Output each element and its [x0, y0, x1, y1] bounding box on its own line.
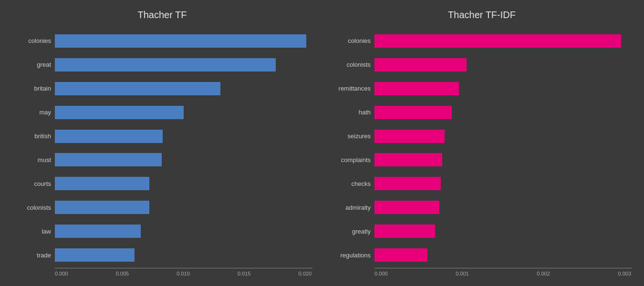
bar-track	[55, 153, 312, 166]
x-tick: 0.000	[55, 271, 116, 276]
bar-track	[55, 201, 312, 214]
bar-label: colonies	[332, 37, 374, 44]
bar-fill	[374, 201, 439, 214]
bar-fill	[55, 201, 149, 214]
bar-track	[374, 201, 632, 214]
bar-label: may	[12, 109, 55, 116]
x-tick: 0.000	[374, 271, 456, 276]
bar-label: colonists	[332, 61, 374, 68]
bar-track	[55, 177, 312, 190]
bar-label: courts	[12, 180, 55, 187]
bar-fill	[55, 225, 141, 238]
x-tick: 0.015	[238, 271, 299, 276]
bar-label: colonies	[12, 37, 55, 44]
bar-row: must	[12, 149, 312, 171]
bar-track	[55, 248, 312, 262]
bar-row: greatly	[332, 220, 632, 242]
bar-fill	[374, 82, 459, 95]
bar-fill	[55, 34, 306, 48]
right-x-axis: 0.0000.0010.0020.003	[374, 268, 632, 276]
bar-row: colonists	[332, 54, 632, 76]
bar-row: admiralty	[332, 196, 632, 218]
bar-track	[374, 153, 632, 166]
bar-track	[55, 106, 312, 119]
bar-track	[374, 177, 632, 190]
bar-track	[55, 130, 312, 143]
bar-label: remittances	[332, 85, 374, 92]
bar-fill	[55, 82, 220, 95]
bar-row: seizures	[332, 125, 632, 147]
bar-track	[374, 34, 632, 48]
charts-container: Thacher TF coloniesgreatbritainmaybritis…	[7, 5, 637, 281]
bar-row: regulations	[332, 244, 632, 266]
bar-track	[374, 225, 632, 238]
bar-track	[374, 106, 632, 119]
bar-row: colonists	[12, 196, 312, 218]
bar-fill	[374, 177, 441, 190]
bar-row: courts	[12, 173, 312, 194]
bar-fill	[374, 248, 427, 262]
right-bars-area: coloniescolonistsremittanceshathseizures…	[332, 30, 632, 266]
left-chart-title: Thacher TF	[138, 10, 187, 20]
bar-label: checks	[332, 180, 374, 187]
bar-fill	[374, 58, 467, 72]
bar-fill	[374, 34, 621, 48]
bar-label: must	[12, 156, 55, 163]
bar-label: greatly	[332, 228, 374, 235]
bar-fill	[55, 177, 149, 190]
bar-track	[374, 58, 632, 72]
bar-fill	[55, 248, 135, 262]
x-tick: 0.010	[177, 271, 238, 276]
bar-row: trade	[12, 244, 312, 266]
right-chart: Thacher TF-IDF coloniescolonistsremittan…	[327, 5, 637, 281]
x-tick: 0.001	[456, 271, 537, 276]
left-x-axis: 0.0000.0050.0100.0150.020	[55, 268, 312, 276]
bar-fill	[374, 130, 445, 143]
bar-label: seizures	[332, 133, 374, 140]
bar-fill	[374, 225, 435, 238]
bar-fill	[374, 153, 442, 166]
bar-row: complaints	[332, 149, 632, 171]
bar-label: law	[12, 228, 55, 235]
bar-label: admiralty	[332, 204, 374, 211]
bar-row: great	[12, 54, 312, 76]
bar-track	[55, 58, 312, 72]
bar-row: may	[12, 102, 312, 123]
bar-track	[55, 225, 312, 238]
bar-row: remittances	[332, 78, 632, 100]
bar-label: great	[12, 61, 55, 68]
bar-label: complaints	[332, 156, 374, 163]
bar-label: hath	[332, 109, 374, 116]
bar-row: colonies	[332, 30, 632, 52]
bar-row: law	[12, 220, 312, 242]
bar-track	[374, 130, 632, 143]
right-chart-title: Thacher TF-IDF	[448, 10, 516, 20]
bar-label: britain	[12, 85, 55, 92]
bar-label: colonists	[12, 204, 55, 211]
bar-fill	[55, 58, 276, 72]
left-chart-body: coloniesgreatbritainmaybritishmustcourts…	[12, 30, 312, 276]
bar-track	[374, 248, 632, 262]
right-chart-body: coloniescolonistsremittanceshathseizures…	[332, 30, 632, 276]
bar-row: colonies	[12, 30, 312, 52]
x-tick: 0.002	[537, 271, 618, 276]
bar-row: checks	[332, 173, 632, 194]
left-bars-area: coloniesgreatbritainmaybritishmustcourts…	[12, 30, 312, 266]
bar-row: britain	[12, 78, 312, 100]
bar-fill	[55, 130, 163, 143]
bar-fill	[374, 106, 452, 119]
x-tick: 0.003	[618, 271, 632, 276]
x-tick: 0.005	[116, 271, 177, 276]
bar-row: british	[12, 125, 312, 147]
bar-label: british	[12, 133, 55, 140]
bar-label: trade	[12, 252, 55, 259]
bar-fill	[55, 106, 184, 119]
bar-track	[55, 82, 312, 95]
bar-row: hath	[332, 102, 632, 123]
left-chart: Thacher TF coloniesgreatbritainmaybritis…	[7, 5, 317, 281]
bar-track	[374, 82, 632, 95]
bar-fill	[55, 153, 162, 166]
x-tick: 0.020	[299, 271, 313, 276]
bar-label: regulations	[332, 252, 374, 259]
bar-track	[55, 34, 312, 48]
